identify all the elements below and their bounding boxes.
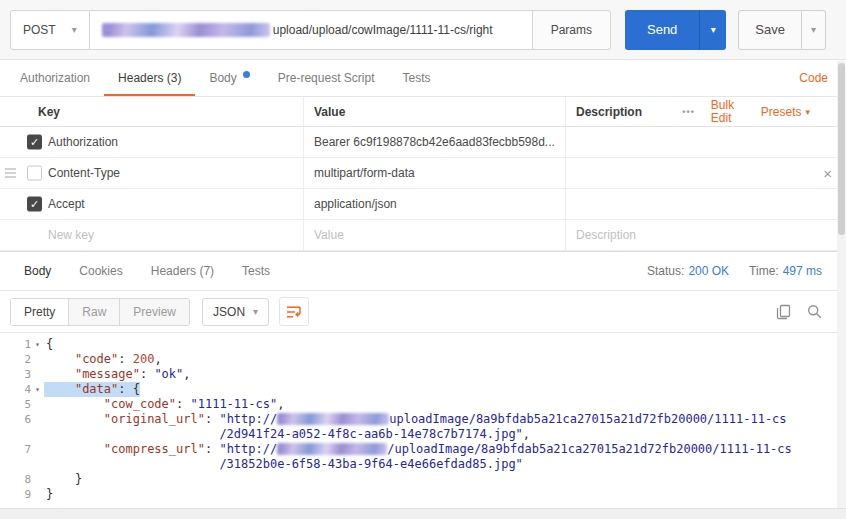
header-key-cell[interactable]: Content-Type bbox=[46, 158, 303, 188]
presets-button[interactable]: Presets ▾ bbox=[761, 105, 810, 119]
postman-app: POST ▾ upload/upload/cowImage/1111-11-cs… bbox=[0, 0, 846, 502]
tab-label: Headers (3) bbox=[118, 71, 181, 85]
value-column-header: Value bbox=[303, 97, 565, 126]
code-token: "code" bbox=[75, 352, 118, 366]
code-line-content: "original_url": "http://uploadImage/8a9b… bbox=[44, 412, 787, 427]
tab-pre-request-script[interactable]: Pre-request Script bbox=[264, 60, 389, 96]
tab-label: Authorization bbox=[20, 71, 90, 85]
line-gutter: 8 bbox=[0, 472, 44, 487]
more-options-icon[interactable]: ••• bbox=[682, 107, 694, 117]
view-mode-raw[interactable]: Raw bbox=[68, 299, 119, 325]
line-gutter: 5 bbox=[0, 397, 44, 412]
save-button[interactable]: Save bbox=[738, 10, 802, 50]
line-gutter: 3 bbox=[0, 367, 44, 382]
header-key-cell[interactable]: Accept bbox=[46, 189, 303, 219]
code-line: 7 "compress_url": "http:///uploadImage/8… bbox=[0, 442, 846, 457]
response-tab-tests[interactable]: Tests bbox=[228, 264, 284, 278]
status-label: Status: bbox=[647, 264, 684, 278]
response-tab-cookies[interactable]: Cookies bbox=[65, 264, 136, 278]
code-token: { bbox=[46, 337, 53, 351]
code-token: , bbox=[183, 367, 190, 381]
response-tab-body[interactable]: Body bbox=[10, 264, 65, 278]
code-token: , bbox=[523, 427, 530, 441]
header-key-cell[interactable]: Authorization bbox=[46, 127, 303, 157]
code-line: 2 "code": 200, bbox=[0, 352, 846, 367]
header-value-cell[interactable]: multipart/form-data bbox=[303, 158, 565, 188]
code-token bbox=[46, 442, 104, 456]
new-description-input[interactable]: Description bbox=[565, 220, 846, 250]
status-value: 200 OK bbox=[688, 264, 729, 278]
line-gutter bbox=[0, 457, 44, 472]
new-key-input[interactable]: New key bbox=[46, 220, 303, 250]
header-description-cell[interactable] bbox=[565, 127, 846, 157]
code-token: "http:// bbox=[219, 442, 277, 456]
code-token: "original_url" bbox=[104, 412, 205, 426]
header-description-cell[interactable] bbox=[565, 189, 846, 219]
code-token: /uploadImage/8a9bfdab5a21ca27015a21d72fb… bbox=[387, 442, 792, 456]
vertical-scrollbar[interactable] bbox=[837, 61, 846, 508]
tab-headers-3[interactable]: Headers (3) bbox=[104, 60, 195, 96]
scrollbar-thumb[interactable] bbox=[838, 63, 845, 235]
code-token: { bbox=[133, 382, 140, 396]
tab-tests[interactable]: Tests bbox=[388, 60, 444, 96]
header-enabled-checkbox[interactable] bbox=[27, 166, 42, 181]
fold-caret-icon[interactable]: ▾ bbox=[31, 337, 44, 352]
line-gutter: 1▾ bbox=[0, 337, 44, 352]
wrap-lines-button[interactable] bbox=[279, 297, 309, 326]
code-link[interactable]: Code bbox=[799, 71, 840, 85]
code-line-content: "compress_url": "http:///uploadImage/8a9… bbox=[44, 442, 792, 457]
code-token: "cow_code" bbox=[104, 397, 176, 411]
line-number: 4 bbox=[24, 382, 31, 397]
table-row: Content-Typemultipart/form-data× bbox=[0, 158, 846, 189]
code-line: 6 "original_url": "http://uploadImage/8a… bbox=[0, 412, 846, 427]
code-token: } bbox=[75, 472, 82, 486]
code-line: 9} bbox=[0, 487, 846, 502]
search-response-button[interactable] bbox=[807, 304, 822, 319]
tab-body[interactable]: Body bbox=[195, 60, 263, 96]
header-value-cell[interactable]: Bearer 6c9f198878cb42e6aad83fecbb598d... bbox=[303, 127, 565, 157]
redacted-text bbox=[277, 443, 387, 455]
code-line-content: "data": { bbox=[44, 382, 140, 397]
line-gutter bbox=[0, 427, 44, 442]
params-button[interactable]: Params bbox=[532, 10, 611, 50]
code-line-content: "code": 200, bbox=[44, 352, 162, 367]
send-dropdown-button[interactable]: ▾ bbox=[699, 10, 726, 50]
fold-caret-icon[interactable]: ▾ bbox=[31, 382, 44, 397]
url-input[interactable]: upload/upload/cowImage/1111-11-cs/right bbox=[89, 10, 533, 50]
code-token: "ok" bbox=[154, 367, 183, 381]
header-enabled-checkbox[interactable]: ✓ bbox=[27, 135, 42, 150]
code-token: "1111-11-cs" bbox=[191, 397, 278, 411]
copy-response-button[interactable] bbox=[776, 304, 791, 320]
tab-authorization[interactable]: Authorization bbox=[6, 60, 104, 96]
code-token bbox=[46, 397, 104, 411]
line-gutter: 2 bbox=[0, 352, 44, 367]
row-gutter bbox=[0, 220, 46, 250]
code-line-content: "cow_code": "1111-11-cs", bbox=[44, 397, 284, 412]
send-button[interactable]: Send bbox=[625, 10, 699, 50]
request-tabs-list: AuthorizationHeaders (3)BodyPre-request … bbox=[6, 60, 444, 96]
response-toolbar: PrettyRawPreview JSON ▾ bbox=[0, 291, 846, 333]
language-label: JSON bbox=[213, 305, 245, 319]
response-panel: BodyCookiesHeaders (7)Tests Status:200 O… bbox=[0, 251, 846, 502]
line-number: 8 bbox=[24, 472, 31, 487]
horizontal-scrollbar[interactable] bbox=[0, 508, 846, 519]
view-mode-pretty[interactable]: Pretty bbox=[11, 299, 68, 325]
header-description-cell[interactable]: × bbox=[565, 158, 846, 188]
key-column-header: Key bbox=[0, 97, 303, 126]
header-enabled-checkbox[interactable]: ✓ bbox=[27, 197, 42, 212]
drag-handle-icon[interactable] bbox=[5, 169, 16, 178]
method-select[interactable]: POST ▾ bbox=[10, 10, 90, 50]
code-token: /2d941f24-a052-4f8c-aa6b-14e78c7b7174.jp… bbox=[219, 427, 522, 441]
new-value-input[interactable]: Value bbox=[303, 220, 565, 250]
view-mode-preview[interactable]: Preview bbox=[119, 299, 189, 325]
response-tab-headers-7[interactable]: Headers (7) bbox=[137, 264, 228, 278]
remove-row-icon[interactable]: × bbox=[823, 166, 832, 181]
header-value-cell[interactable]: application/json bbox=[303, 189, 565, 219]
search-icon bbox=[807, 304, 822, 319]
code-token: "data" bbox=[75, 382, 118, 396]
row-gutter bbox=[0, 158, 46, 188]
save-dropdown-button[interactable]: ▾ bbox=[802, 10, 826, 50]
bulk-edit-link[interactable]: Bulk Edit bbox=[711, 99, 745, 125]
code-token: : bbox=[118, 382, 132, 396]
language-select[interactable]: JSON ▾ bbox=[202, 298, 269, 326]
